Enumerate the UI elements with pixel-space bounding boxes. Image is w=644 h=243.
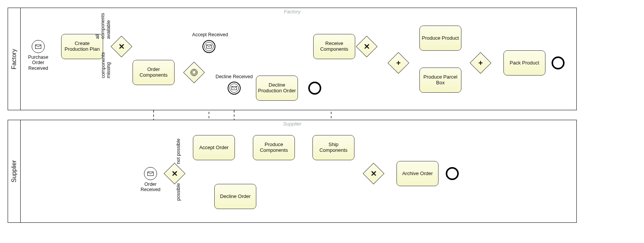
event-accept-received[interactable] [202,40,215,53]
task-label: Produce Parcel Box [421,74,460,86]
xor-icon: ✕ [114,39,129,54]
event-decline-received-label: Decline Received [213,74,255,79]
task-receive-components[interactable]: Receive Components [313,34,355,59]
task-pack-product[interactable]: Pack Product [503,50,545,76]
envelope-icon [35,45,41,49]
event-decline-received[interactable] [228,82,241,95]
svg-rect-5 [207,45,212,48]
task-accept-order[interactable]: Accept Order [193,135,235,160]
task-label: Decline Production Order [258,82,296,94]
pool-supplier-header: Supplier [8,120,21,222]
start-event-order-received-label: Order Received [138,182,163,193]
task-label: Produce Product [422,35,459,41]
pool-factory-header: Factory [8,8,21,110]
task-archive-order[interactable]: Archive Order [396,161,439,186]
end-event-decline[interactable] [308,82,321,95]
task-produce-components[interactable]: Produce Components [253,135,295,160]
gw-supplier-bottom: possible [176,183,181,201]
task-produce-product[interactable]: Produce Product [419,26,461,51]
xor-icon: ✕ [366,166,381,181]
pool-supplier-title: Supplier [11,160,18,183]
start-event-purchase-order-received[interactable] [32,40,45,53]
start-event-label: Purchase Order Received [25,55,52,71]
xor-icon: ✕ [359,39,374,54]
envelope-icon [147,172,154,176]
task-order-components[interactable]: Order Components [133,60,175,85]
plus-icon: + [391,56,406,70]
plus-icon: + [473,56,488,70]
task-decline-production-order[interactable]: Decline Production Order [256,76,298,101]
task-label: Receive Components [315,41,353,52]
task-label: Ship Components [314,142,353,153]
task-label: Order Components [134,67,173,78]
bpmn-canvas: Factory Factory Purchase Order Received … [0,0,644,243]
end-event-supplier[interactable] [446,167,459,180]
task-label: Pack Product [510,60,539,66]
start-event-order-received[interactable] [144,167,157,180]
task-produce-parcel-box[interactable]: Produce Parcel Box [419,68,461,93]
task-label: Decline Order [220,194,251,200]
pool-factory-watermark: Factory [284,9,300,14]
pool-supplier-watermark: Supplier [283,121,301,127]
task-label: Archive Order [402,171,433,177]
gw1-label-top: all components available [95,13,111,39]
svg-marker-4 [192,70,196,74]
xor-icon: ✕ [167,166,182,181]
end-event-factory[interactable] [552,56,565,69]
gw-supplier-top: not possible [176,138,181,164]
event-gateway-icon [187,65,201,80]
envelope-icon [231,86,237,90]
svg-rect-6 [232,87,237,90]
task-decline-order[interactable]: Decline Order [214,184,256,209]
event-accept-received-label: Accept Received [189,32,231,37]
pool-factory-title: Factory [11,49,18,69]
task-ship-components[interactable]: Ship Components [312,135,354,160]
task-label: Accept Order [199,145,229,151]
envelope-icon [206,45,212,48]
task-label: Produce Components [255,142,293,153]
task-label: Create Production Plan [63,41,101,52]
gw1-label-bottom: components missing [100,52,112,78]
